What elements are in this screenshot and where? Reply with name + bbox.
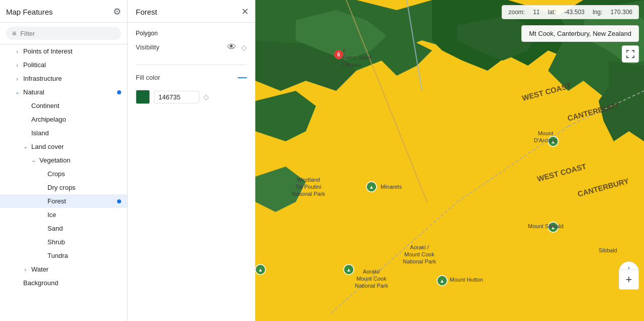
sidebar-item-label: Sand (47, 225, 63, 232)
svg-text:National Park: National Park (403, 258, 437, 264)
gear-icon[interactable]: ⚙ (113, 6, 121, 17)
svg-text:Aoraki/: Aoraki/ (363, 269, 381, 275)
map-expand-button[interactable] (622, 45, 639, 63)
zoom-plus-icon: + (626, 273, 632, 286)
chevron-right-icon: › (14, 48, 20, 55)
sidebar-item-label: Tundra (47, 252, 68, 259)
svg-text:Tai Poutini: Tai Poutini (296, 184, 321, 190)
svg-text:Franz Josef: Franz Josef (342, 55, 371, 61)
sidebar-item-water[interactable]: › Water (0, 262, 127, 276)
forest-dot (117, 199, 121, 203)
sidebar-item-island[interactable]: Island (0, 126, 127, 140)
sidebar-item-label: Ice (47, 211, 56, 219)
fill-color-header-row: Fill color — (136, 72, 247, 83)
feature-panel-header: Forest ✕ (128, 0, 255, 23)
feature-panel-title: Forest (136, 8, 157, 16)
svg-text:National Park: National Park (355, 283, 389, 289)
sidebar-item-dry-crops[interactable]: Dry crops (0, 181, 127, 194)
sidebar-item-label: Background (23, 279, 58, 287)
lng-value: 170.306 (611, 9, 632, 16)
polygon-section: Polygon Visibility 👁 ◇ (128, 23, 255, 65)
filter-input[interactable] (20, 30, 115, 37)
svg-text:6: 6 (343, 48, 346, 54)
sidebar-item-label: Points of Interest (23, 47, 73, 55)
svg-text:▲: ▲ (440, 278, 445, 284)
sidebar-item-label: Archipelago (31, 116, 66, 123)
lat-label: lat: (548, 9, 556, 16)
svg-text:▲: ▲ (258, 267, 263, 273)
map-status-bar: zoom: 11 lat: -43.503 lng: 170.306 (502, 5, 639, 19)
sidebar-item-label: Continent (31, 102, 60, 110)
zoom-in-button[interactable]: + (619, 270, 639, 290)
svg-text:▲: ▲ (346, 267, 351, 273)
zoom-value: 11 (533, 9, 540, 16)
svg-text:Westland: Westland (297, 177, 320, 183)
svg-text:Sibbald: Sibbald (599, 247, 617, 253)
location-text: Mt Cook, Canterbury, New Zealand (529, 30, 631, 37)
sidebar-item-archipelago[interactable]: Archipelago (0, 113, 127, 126)
filter-icon: ≡ (12, 29, 16, 37)
sidebar-item-background[interactable]: Background (0, 276, 127, 290)
sidebar-item-label: Island (31, 129, 49, 137)
sidebar-header: Map Features ⚙ (0, 0, 127, 23)
sidebar-item-continent[interactable]: Continent (0, 99, 127, 113)
fill-color-section: Fill color — ◇ (128, 65, 255, 109)
color-diamond-icon[interactable]: ◇ (203, 93, 209, 101)
fill-minus-icon[interactable]: — (238, 72, 247, 83)
feature-panel: Forest ✕ Polygon Visibility 👁 ◇ Fill col… (128, 0, 255, 321)
color-hex-input[interactable] (154, 91, 199, 103)
polygon-label: Polygon (136, 30, 247, 37)
sidebar-item-label: Shrub (47, 238, 65, 246)
lat-value: -43.503 (564, 9, 585, 16)
sidebar-item-ice[interactable]: Ice (0, 208, 127, 222)
sidebar-item-forest[interactable]: Forest (0, 194, 127, 208)
color-row: ◇ (136, 90, 247, 104)
sidebar-title: Map Features (6, 8, 53, 16)
chevron-right-icon: › (14, 76, 20, 82)
color-swatch[interactable] (136, 90, 150, 104)
lng-label: lng: (593, 9, 602, 16)
expand-icon (626, 49, 635, 59)
diamond-icon[interactable]: ◇ (241, 43, 247, 51)
svg-text:Aoraki /: Aoraki / (410, 244, 429, 250)
sidebar-item-label: Forest (47, 197, 66, 205)
sidebar-item-shrub[interactable]: Shrub (0, 235, 127, 249)
natural-dot (117, 90, 121, 94)
sidebar-item-label: Infrastructure (23, 75, 62, 82)
map-location-tooltip: Mt Cook, Canterbury, New Zealand (521, 25, 639, 42)
sidebar-item-points-of-interest[interactable]: › Points of Interest (0, 44, 127, 58)
close-icon[interactable]: ✕ (241, 6, 249, 17)
svg-text:▲: ▲ (369, 184, 374, 190)
sidebar-item-vegetation[interactable]: ⌄ Vegetation (0, 153, 127, 167)
map-area: WEST COAST WEST COAST CANTERBURY CANTERB… (255, 0, 644, 321)
sidebar-item-tundra[interactable]: Tundra (0, 249, 127, 262)
chevron-down-icon: ⌄ (14, 89, 20, 95)
svg-text:/ Waiau: / Waiau (342, 62, 361, 68)
sidebar-item-label: Natural (23, 88, 44, 96)
sidebar-item-political[interactable]: › Political (0, 58, 127, 72)
visibility-row: Visibility 👁 ◇ (136, 42, 247, 52)
sidebar-item-label: Crops (47, 170, 65, 178)
sidebar-item-sand[interactable]: Sand (0, 222, 127, 235)
sidebar-list: › Points of Interest › Political › Infra… (0, 44, 127, 321)
zoom-label: zoom: (508, 9, 525, 16)
sidebar-item-label: Dry crops (47, 184, 76, 191)
visibility-icon[interactable]: 👁 (227, 42, 236, 52)
sidebar-item-natural[interactable]: ⌄ Natural (0, 85, 127, 99)
svg-text:6: 6 (337, 52, 340, 58)
svg-text:Mount Hutton: Mount Hutton (450, 277, 483, 283)
sidebar-item-crops[interactable]: Crops (0, 167, 127, 181)
visibility-label: Visibility (136, 43, 159, 51)
chevron-down-icon: ⌄ (22, 143, 28, 150)
sidebar-item-infrastructure[interactable]: › Infrastructure (0, 72, 127, 85)
sidebar: Map Features ⚙ ≡ › Points of Interest › … (0, 0, 128, 321)
sidebar-item-label: Vegetation (39, 156, 70, 164)
svg-text:Mount Cook: Mount Cook (356, 276, 387, 282)
svg-text:Mount: Mount (538, 130, 554, 136)
svg-text:National Park: National Park (292, 191, 326, 197)
svg-text:Mount Cook: Mount Cook (404, 251, 435, 257)
sidebar-item-land-cover[interactable]: ⌄ Land cover (0, 140, 127, 153)
chevron-right-icon: › (22, 266, 28, 273)
fill-color-label: Fill color (136, 74, 160, 81)
sidebar-item-label: Land cover (31, 143, 64, 150)
